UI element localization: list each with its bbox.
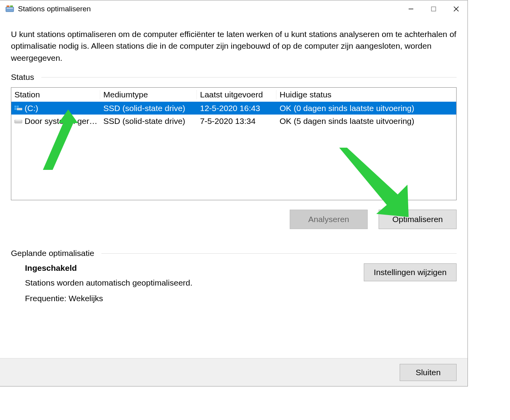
window-title: Stations optimaliseren <box>18 5 400 13</box>
drive-lastrun: 7-5-2020 13:34 <box>197 116 276 126</box>
table-header: Station Mediumtype Laatst uitgevoerd Hui… <box>11 88 456 102</box>
scheduled-row: Ingeschakeld Stations worden automatisch… <box>11 263 457 309</box>
scheduled-section-header: Geplande optimalisatie <box>11 249 457 258</box>
action-buttons: Analyseren Optimaliseren <box>11 210 457 229</box>
col-currentstatus[interactable]: Huidige status <box>276 90 456 99</box>
close-window-button[interactable] <box>445 0 468 18</box>
scheduled-label: Geplande optimalisatie <box>11 249 94 258</box>
drive-medium: SSD (solid-state drive) <box>100 116 197 126</box>
footer: Sluiten <box>0 358 468 386</box>
table-row[interactable]: (C:) SSD (solid-state drive) 12-5-2020 1… <box>11 102 456 115</box>
svg-rect-0 <box>6 7 14 12</box>
window-controls <box>400 0 468 18</box>
drive-status: OK (0 dagen sinds laatste uitvoering) <box>276 104 456 113</box>
intro-text: U kunt stations optimaliseren om de comp… <box>11 28 457 64</box>
analyze-button[interactable]: Analyseren <box>290 210 368 229</box>
drive-name: (C:) <box>25 104 38 113</box>
drive-name: Door systeem ger… <box>25 116 97 126</box>
svg-rect-8 <box>14 106 16 108</box>
status-label: Status <box>11 72 34 82</box>
scheduled-frequency: Frequentie: Wekelijks <box>25 294 356 303</box>
svg-rect-5 <box>432 7 436 11</box>
svg-rect-10 <box>14 108 16 110</box>
divider <box>101 253 457 254</box>
windows-drive-icon <box>14 106 22 111</box>
divider <box>41 77 457 78</box>
maximize-button[interactable] <box>422 0 445 18</box>
drive-lastrun: 12-5-2020 16:43 <box>197 104 276 113</box>
minimize-button[interactable] <box>400 0 422 18</box>
scheduled-desc: Stations worden automatisch geoptimalise… <box>25 278 356 288</box>
status-section-header: Status <box>11 72 457 82</box>
col-mediumtype[interactable]: Mediumtype <box>100 90 197 99</box>
change-settings-button[interactable]: Instellingen wijzigen <box>364 263 457 281</box>
svg-rect-2 <box>10 5 13 7</box>
optimize-button[interactable]: Optimaliseren <box>379 210 457 229</box>
scheduled-state: Ingeschakeld <box>25 263 356 273</box>
drive-status: OK (5 dagen sinds laatste uitvoering) <box>276 116 456 126</box>
drives-table: Station Mediumtype Laatst uitgevoerd Hui… <box>11 87 457 200</box>
svg-rect-3 <box>7 8 13 9</box>
svg-rect-1 <box>7 5 9 7</box>
drive-medium: SSD (solid-state drive) <box>100 104 197 113</box>
titlebar: Stations optimaliseren <box>0 0 468 18</box>
drive-icon <box>14 118 22 124</box>
table-row[interactable]: Door systeem ger… SSD (solid-state drive… <box>11 115 456 127</box>
col-lastrun[interactable]: Laatst uitgevoerd <box>197 90 276 99</box>
close-button[interactable]: Sluiten <box>400 364 457 381</box>
app-icon <box>5 5 14 13</box>
svg-rect-9 <box>17 106 19 108</box>
svg-rect-11 <box>17 108 22 110</box>
svg-point-13 <box>15 120 22 121</box>
col-station[interactable]: Station <box>11 90 100 99</box>
